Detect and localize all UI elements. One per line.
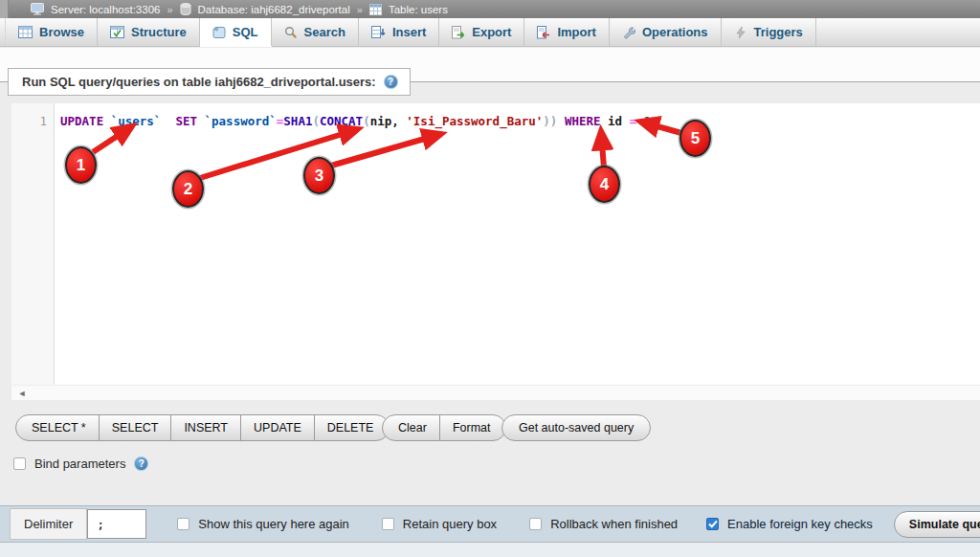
tab-sql[interactable]: SQL [200, 18, 272, 46]
sql-token [103, 114, 111, 128]
scroll-left-arrow-icon[interactable]: ◄ [14, 387, 30, 400]
foreign-key-option: Enable foreign key checks [706, 517, 873, 531]
help-icon[interactable]: ? [134, 457, 148, 471]
show-query-checkbox[interactable] [177, 518, 189, 530]
sql-token: ; [651, 114, 658, 128]
tab-label: Insert [392, 25, 426, 39]
table-icon [369, 4, 382, 15]
select-button[interactable]: SELECT [99, 414, 172, 441]
tab-insert[interactable]: Insert [359, 18, 439, 46]
browse-icon [18, 26, 33, 38]
tab-label: SQL [233, 25, 258, 39]
import-icon [537, 26, 550, 39]
help-icon[interactable]: ? [384, 75, 398, 89]
show-query-label: Show this query here again [198, 517, 349, 531]
sql-token [197, 114, 205, 128]
sql-token: `password` [205, 114, 277, 128]
insert-button[interactable]: INSERT [170, 414, 241, 441]
sql-token [557, 114, 565, 128]
sql-token [636, 114, 644, 128]
retain-query-checkbox[interactable] [382, 518, 394, 530]
tab-structure[interactable]: Structure [98, 18, 200, 46]
sql-token [161, 114, 175, 128]
sql-code-line[interactable]: UPDATE `users` SET `password`=SHA1(CONCA… [55, 103, 980, 385]
tab-label: Browse [39, 25, 84, 39]
sql-token: CONCAT [320, 114, 363, 128]
sql-token: id [608, 114, 622, 128]
query-header-title: Run SQL query/queries on table iahj6682_… [22, 75, 376, 89]
sql-token: SHA1 [283, 114, 312, 128]
sql-token: `users` [111, 114, 162, 128]
sql-token: , [391, 114, 406, 128]
format-button[interactable]: Format [439, 414, 507, 441]
server-icon [31, 3, 44, 15]
bind-parameters-label: Bind parameters [34, 457, 125, 471]
delimiter-input[interactable] [87, 509, 146, 539]
tab-label: Export [472, 25, 511, 39]
sql-icon [212, 26, 226, 39]
bind-parameters-row: Bind parameters ? [13, 457, 148, 471]
rollback-checkbox[interactable] [529, 518, 542, 530]
sql-token [622, 114, 630, 128]
tab-triggers[interactable]: Triggers [722, 18, 816, 46]
insert-icon [371, 26, 386, 38]
sql-token: SET [175, 114, 197, 128]
foreign-key-checkbox[interactable] [706, 518, 719, 530]
clear-button[interactable]: Clear [382, 414, 440, 441]
page-bottom-strip [0, 544, 980, 557]
query-tool-buttons: Clear Format [382, 414, 506, 441]
tab-label: Import [557, 25, 595, 39]
sql-token: ( [312, 114, 320, 128]
get-autosaved-query-button[interactable]: Get auto-saved query [501, 414, 651, 441]
breadcrumb-separator: » [357, 4, 363, 15]
tab-search[interactable]: Search [272, 18, 359, 46]
sql-editor[interactable]: 1 UPDATE `users` SET `password`=SHA1(CON… [11, 103, 980, 385]
bind-parameters-checkbox[interactable] [13, 457, 26, 470]
sql-token: 'Isi_Password_Baru' [406, 114, 543, 128]
foreign-key-label: Enable foreign key checks [727, 517, 873, 531]
tab-browse[interactable]: Browse [5, 18, 98, 46]
show-query-option: Show this query here again [177, 517, 349, 531]
update-button[interactable]: UPDATE [240, 414, 315, 441]
simulate-query-button[interactable]: Simulate query [894, 511, 980, 538]
table-tabs: Browse Structure SQL Search Insert Expor… [0, 18, 980, 47]
phpmyadmin-sql-page: Server: localhost:3306 » Database: iahj6… [0, 0, 980, 557]
sql-token: )) [543, 114, 557, 128]
triggers-icon [734, 26, 747, 39]
operations-icon [622, 26, 635, 39]
breadcrumb-table[interactable]: Table: users [389, 4, 448, 15]
panel-edge [0, 0, 9, 18]
query-template-buttons: SELECT * SELECT INSERT UPDATE DELETE [15, 414, 390, 441]
sql-token: UPDATE [60, 114, 103, 128]
breadcrumb-database[interactable]: Database: iahj6682_driveportal [198, 4, 350, 15]
line-number: 1 [39, 114, 47, 128]
retain-query-option: Retain query box [382, 517, 497, 531]
tab-export[interactable]: Export [439, 18, 524, 46]
delete-button[interactable]: DELETE [314, 414, 390, 441]
delimiter-label: Delimiter [10, 508, 87, 540]
sql-token [601, 114, 609, 128]
tab-import[interactable]: Import [524, 18, 609, 46]
breadcrumb-server[interactable]: Server: localhost:3306 [51, 4, 160, 15]
sql-token: WHERE [565, 114, 601, 128]
retain-query-label: Retain query box [403, 517, 497, 531]
check-icon [708, 520, 718, 528]
export-icon [452, 26, 465, 39]
query-options-footer: Delimiter Show this query here again Ret… [0, 505, 980, 543]
structure-icon [110, 26, 124, 38]
tab-operations[interactable]: Operations [610, 18, 722, 46]
editor-horizontal-scrollbar[interactable]: ◄ [11, 385, 980, 400]
tab-label: Operations [642, 25, 708, 39]
editor-gutter: 1 [11, 103, 55, 385]
tab-label: Search [304, 25, 345, 39]
rollback-option: Rollback when finished [529, 517, 678, 531]
tab-label: Structure [131, 25, 187, 39]
database-icon [180, 3, 191, 15]
rollback-label: Rollback when finished [550, 517, 678, 531]
tab-label: Triggers [754, 25, 803, 39]
breadcrumb-separator: » [167, 4, 172, 15]
breadcrumb: Server: localhost:3306 » Database: iahj6… [0, 0, 980, 18]
sql-token: nip [370, 114, 392, 128]
select-star-button[interactable]: SELECT * [15, 414, 100, 441]
search-icon [284, 26, 298, 39]
